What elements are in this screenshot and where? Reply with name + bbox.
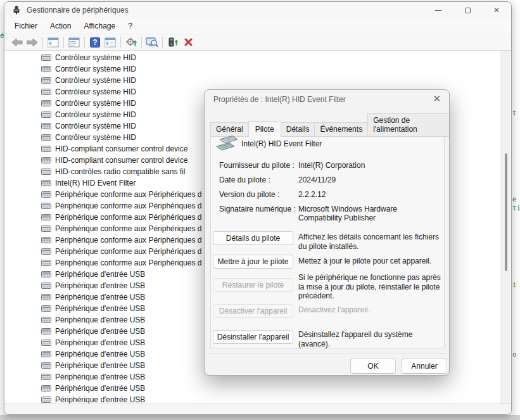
toolbar-separator <box>162 37 163 48</box>
desinstaller-l-appareil-description: Désinstallez l'appareil du système (avan… <box>298 330 444 348</box>
tree-item-controleur-systeme-hid[interactable]: Contrôleur système HID <box>4 63 500 75</box>
tree-item-label: Contrôleur système HID <box>55 76 136 85</box>
properties-button[interactable] <box>67 35 82 49</box>
dialog-separator <box>205 353 449 354</box>
uninstall-device-button[interactable] <box>165 35 181 49</box>
show-console-tree-button[interactable] <box>46 35 61 49</box>
hid-device-icon <box>41 236 51 244</box>
close-button[interactable]: ✕ <box>482 2 511 18</box>
hid-device-icon <box>41 293 51 301</box>
tree-item-peripherique-d-entree-usb[interactable]: Périphérique d'entrée USB <box>4 383 500 394</box>
hid-device-icon <box>41 134 51 141</box>
tree-item-label: Contrôleur système HID <box>55 122 136 130</box>
minimize-button[interactable] <box>424 2 453 18</box>
scan-hardware-changes-button[interactable] <box>144 35 160 49</box>
hid-device-icon <box>41 99 51 107</box>
hid-device-icon <box>41 316 51 324</box>
uninstall-device-icon <box>168 37 179 48</box>
dialog-title: Propriétés de : Intel(R) HID Event Filte… <box>213 95 346 104</box>
titlebar[interactable]: Gestionnaire de périphériques ✕ <box>4 2 511 18</box>
mettre-a-jour-le-pilote-description: Mettez à jour le pilote pour cet apparei… <box>298 257 444 266</box>
toolbar-separator <box>120 37 121 48</box>
remove-device-button[interactable] <box>181 35 196 49</box>
toolbar-separator <box>42 37 43 48</box>
tab-gestion-de-l-alimentation[interactable]: Gestion de l'alimentation <box>367 113 450 137</box>
dialog-tabs: GénéralPiloteDétailsÉvénementsGestion de… <box>210 113 449 137</box>
background-text-fragment: i <box>512 281 517 289</box>
window-bottom-strip <box>4 404 511 414</box>
details-du-pilote-button[interactable]: Détails du pilote <box>213 231 293 245</box>
desinstaller-l-appareil-button[interactable]: Désinstaller l'appareil <box>213 330 293 344</box>
forward-arrow-icon <box>27 38 38 47</box>
forward-button[interactable] <box>25 35 40 49</box>
hid-device-icon <box>41 305 51 312</box>
tree-item-label: Périphérique d'entrée USB <box>55 315 145 324</box>
dialog-close-icon[interactable]: ✕ <box>433 94 441 103</box>
tree-item-label: Périphérique d'entrée USB <box>55 384 145 393</box>
tree-item-label: Intel(R) HID Event Filter <box>55 179 136 188</box>
hid-device-icon <box>41 65 51 73</box>
menu-affichage[interactable]: Affichage <box>78 20 121 32</box>
hid-device-icon <box>41 339 51 347</box>
hid-device-icon <box>41 259 51 267</box>
hid-device-icon <box>41 122 51 130</box>
svg-text:?: ? <box>92 38 97 47</box>
show-action-pane-button[interactable] <box>103 35 118 49</box>
field-value-date-du-pilote: 2024/11/29 <box>298 175 441 184</box>
cancel-button[interactable]: Annuler <box>402 359 447 374</box>
field-label-fournisseur-du-pilote: Fournisseur du pilote : <box>219 161 295 170</box>
tree-item-controleur-systeme-hid[interactable]: Contrôleur système HID <box>4 52 500 63</box>
hid-device-icon <box>41 248 51 255</box>
maximize-button[interactable] <box>453 2 482 18</box>
back-button[interactable] <box>10 35 25 49</box>
tree-item-controleur-systeme-hid[interactable]: Contrôleur système HID <box>4 75 500 86</box>
scrollbar-thumb[interactable] <box>505 153 507 271</box>
tree-item-label: Périphérique d'entrée USB <box>55 304 145 313</box>
mettre-a-jour-le-pilote-button[interactable]: Mettre à jour le pilote <box>213 255 293 269</box>
hid-device-icon <box>41 111 51 118</box>
menu-action[interactable]: Action <box>44 20 77 32</box>
help-button[interactable]: ? <box>87 35 103 49</box>
field-label-version-du-pilote: Version du pilote : <box>219 190 279 199</box>
tree-item-peripherique-d-entree-usb[interactable]: Périphérique d'entrée USB <box>4 394 500 404</box>
hid-device-icon <box>41 202 51 210</box>
field-label-date-du-pilote: Date du pilote : <box>219 175 270 184</box>
ok-button[interactable]: OK <box>350 359 396 374</box>
hid-device-icon <box>41 145 51 153</box>
field-label-signataire-numerique: Signataire numérique : <box>219 205 296 213</box>
hid-device-icon <box>41 270 51 278</box>
restaurer-le-pilote-button: Restaurer le pilote <box>213 278 293 292</box>
tree-scrollbar[interactable] <box>500 51 510 404</box>
background-text-fragment: ti <box>512 204 520 212</box>
tree-item-label: Contrôleur système HID <box>55 99 136 108</box>
window-title: Gestionnaire de périphériques <box>27 6 129 15</box>
tree-item-label: Contrôleur système HID <box>55 110 136 119</box>
hid-device-icon <box>41 213 51 221</box>
hid-device-icon <box>41 350 51 358</box>
menu-fichier[interactable]: Fichier <box>9 20 43 32</box>
tree-item-label: Périphérique conforme aux Périphériques … <box>55 247 201 256</box>
hid-device-icon <box>41 191 51 198</box>
background-app-right-sliver: tetiio <box>512 0 520 420</box>
hid-device-icon <box>41 225 51 232</box>
tab-evenements[interactable]: Événements <box>314 122 368 137</box>
tree-item-label: Périphérique d'entrée USB <box>55 361 145 370</box>
tree-item-label: Périphérique d'entrée USB <box>55 293 145 302</box>
update-driver-button[interactable] <box>124 35 139 49</box>
field-value-signataire-numerique: Microsoft Windows Hardware Compatibility… <box>298 205 441 222</box>
back-arrow-icon <box>11 38 23 47</box>
hid-device-icon <box>41 88 51 96</box>
hid-device-icon <box>41 362 51 369</box>
maximize-icon <box>465 8 471 13</box>
field-value-fournisseur-du-pilote: Intel(R) Corporation <box>298 161 441 170</box>
tab-pilote[interactable]: Pilote <box>248 121 281 137</box>
menu-bar: FichierActionAffichage? <box>4 18 511 34</box>
restaurer-le-pilote-description: Si le périphérique ne fonctionne pas apr… <box>298 273 444 301</box>
tab-details[interactable]: Détails <box>281 122 315 137</box>
hid-device-icon <box>41 396 51 404</box>
show-action-pane-icon <box>105 37 116 48</box>
menu-help[interactable]: ? <box>122 20 138 32</box>
show-console-tree-icon <box>48 37 59 48</box>
properties-dialog: Propriétés de : Intel(R) HID Event Filte… <box>204 89 450 376</box>
device-name: Intel(R) HID Event Filter <box>241 139 322 148</box>
